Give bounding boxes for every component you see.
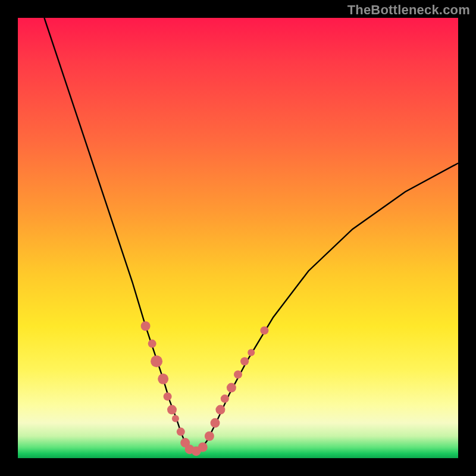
plot-area xyxy=(18,18,458,458)
bottleneck-curve xyxy=(44,18,458,452)
highlight-marker xyxy=(164,392,172,400)
highlight-marker xyxy=(205,431,214,441)
highlight-marker xyxy=(260,326,268,334)
highlight-marker xyxy=(221,394,229,403)
highlight-marker xyxy=(148,340,156,348)
highlight-marker-group xyxy=(141,321,269,456)
highlight-marker xyxy=(198,443,208,452)
highlight-marker xyxy=(227,383,236,393)
highlight-marker xyxy=(151,355,162,367)
highlight-marker xyxy=(215,405,225,415)
highlight-marker xyxy=(172,415,179,422)
chart-svg xyxy=(18,18,458,458)
highlight-marker xyxy=(167,405,177,415)
highlight-marker xyxy=(158,374,168,384)
highlight-marker xyxy=(234,370,242,378)
highlight-marker xyxy=(248,349,255,356)
highlight-marker xyxy=(177,428,185,436)
highlight-marker xyxy=(141,321,151,331)
highlight-marker xyxy=(211,418,220,428)
chart-frame: TheBottleneck.com xyxy=(0,0,476,476)
highlight-marker xyxy=(240,357,249,365)
watermark-text: TheBottleneck.com xyxy=(347,2,470,18)
